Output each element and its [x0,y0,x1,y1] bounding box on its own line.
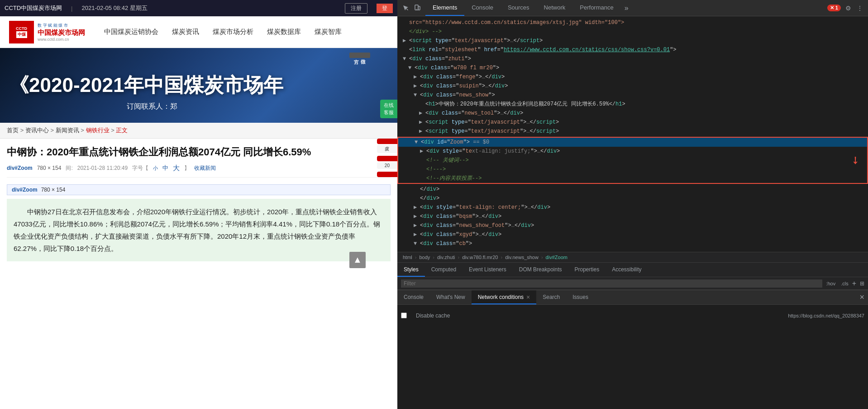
site-date: 2021-02-05 08:42 星期五 [82,4,148,12]
tab-event-listeners[interactable]: Event Listeners [463,263,513,277]
dom-line-13[interactable]: ▶ <script type="text/javascript">…</scri… [397,127,868,136]
dom-line-2[interactable]: </div> --> [397,27,868,36]
dom-line-6[interactable]: ▼ <div class="w780 fl mr20"> [397,63,868,72]
dom-line-comment-1[interactable]: <!-- 关键词--> [398,156,867,165]
disable-cache-checkbox[interactable] [401,313,407,318]
dom-line-5[interactable]: ▼ <div class="zhuti"> [397,54,868,63]
drawer-close-btn[interactable]: × [856,290,868,304]
dom-line-4[interactable]: <link rel="stylesheet" href="https://www… [397,45,868,54]
dom-line-comment-3[interactable]: <!--内容关联投票--> [398,174,867,183]
bc-news-show[interactable]: div.news_show [503,255,540,260]
top-bar: CCTD中国煤炭市场网 | 2021-02-05 08:42 星期五 注册 登 [0,0,397,16]
drawer-tab-console[interactable]: Console [397,290,430,304]
drawer-tab-network-conditions[interactable]: Network conditions × [472,290,537,304]
breadcrumb-current: 正文 [116,127,128,134]
svg-rect-1 [418,6,420,10]
bc-zhuti[interactable]: div.zhuti [435,255,457,260]
taiyuan-service-btn[interactable]: 太原客服 [377,156,397,161]
dom-line-selected[interactable]: ▼ <div id="Zoom"> == $0 [398,138,867,147]
settings-icon[interactable]: ⚙ [844,4,853,13]
qinhuangdao-service-btn[interactable]: 秦皇岛客服 [377,172,397,177]
dom-line-bqsm[interactable]: ▶ <div class="bqsm">…</div> [397,212,868,221]
tab-styles[interactable]: Styles [397,263,425,277]
current-url: https://blog.csdn.net/qq_20288347 [788,313,864,318]
tab-accessibility[interactable]: Accessibility [606,263,648,277]
breadcrumb-steel[interactable]: 钢铁行业 [86,127,110,134]
nav-item-1[interactable]: 煤炭资讯 [172,28,199,36]
dom-line-7[interactable]: ▶ <div class="fenge">…</div> [397,72,868,82]
nav-item-3[interactable]: 煤炭数据库 [267,28,301,36]
beijing-service-btn[interactable]: 北京客服 [377,139,397,144]
banner-text: 《2020-2021年中国煤炭市场年 [0,72,292,99]
close-network-conditions-btn[interactable]: × [526,294,530,301]
bc-body[interactable]: body [417,255,432,260]
devtools-icons [397,4,425,13]
register-button[interactable]: 注册 [345,3,367,14]
element-info-bar: div#Zoom 780 × 154 [7,184,391,195]
dom-line-cb-open[interactable]: ▼ <div class="cb"> [397,239,868,248]
device-icon[interactable] [413,4,422,13]
bc-w780[interactable]: div.w780.fl.mr20 [460,255,500,260]
breadcrumb-home[interactable]: 首页 [7,127,19,134]
dom-line-close-2[interactable]: </div> [397,194,868,203]
breadcrumb-sep-4: > [111,127,114,134]
cls-button[interactable]: .cls [841,281,849,286]
meta-source: div#Zoom [7,165,33,171]
drawer-tab-whats-new[interactable]: What's New [430,290,472,304]
add-style-btn[interactable]: + [852,279,856,288]
drawer-tab-search[interactable]: Search [536,290,566,304]
dom-line-1[interactable]: src="https://www.cctd.com.cn/statics/ima… [397,18,868,27]
tab-properties[interactable]: Properties [568,263,606,277]
dom-line-empty[interactable] [397,248,868,252]
scroll-to-top-btn[interactable]: ▲ [349,252,366,268]
dom-line-text-align[interactable]: ▶ <div style="text-align: center;">…</di… [397,203,868,212]
hov-button[interactable]: :hov [826,281,835,286]
official-wechat-btn[interactable]: 官方微信 [349,53,370,58]
expand-icon[interactable]: ⊞ [860,280,864,287]
more-tabs-btn[interactable]: » [621,0,632,16]
devtools-toolbar: Elements Console Sources Network Perform… [397,0,868,16]
dom-line-newsfoot[interactable]: ▶ <div class="news_show_foot">…</div> [397,221,868,230]
more-options-icon[interactable]: ⋮ [855,4,864,13]
tab-sources[interactable]: Sources [501,0,537,16]
tab-dom-breakpoints[interactable]: DOM Breakpoints [513,263,568,277]
tab-network[interactable]: Network [537,0,573,16]
dom-line-child-1[interactable]: ▶ <div style="text-align: justify;">…</d… [398,147,867,156]
breadcrumb: 首页 > 资讯中心 > 新闻资讯 > 钢铁行业 > 正文 [0,123,397,139]
breadcrumb-news[interactable]: 新闻资讯 [56,127,79,134]
tab-console[interactable]: Console [464,0,501,16]
breadcrumb-sep-3: > [81,127,84,134]
dom-line-xgyd[interactable]: ▶ <div class="xgyd">…</div> [397,230,868,239]
dom-line-10[interactable]: <h1>中钢协：2020年重点统计钢铁企业利润总额2074亿元 同比增长6.59… [397,100,868,109]
login-button[interactable]: 登 [377,4,393,13]
font-size-large[interactable]: 大 [173,164,180,173]
breadcrumb-info-center[interactable]: 资讯中心 [25,127,49,134]
meta-size: 780 × 154 [37,165,62,171]
nav-item-4[interactable]: 煤炭智库 [315,28,342,36]
nav-item-2[interactable]: 煤炭市场分析 [213,28,253,36]
dom-line-close-1[interactable]: </div> [397,185,868,194]
bc-html[interactable]: html [401,255,414,260]
nav-item-0[interactable]: 中国煤炭运销协会 [104,28,158,36]
dom-line-9[interactable]: ▼ <div class="news_show"> [397,91,868,100]
tab-elements[interactable]: Elements [425,0,464,16]
online-service-btn[interactable]: 在线客服 [380,100,397,118]
tab-computed[interactable]: Computed [425,263,463,277]
dom-line-comment-2[interactable]: <!---> [398,165,867,174]
site-title: CCTD中国煤炭市场网 [5,4,62,12]
filter-bar: :hov .cls + ⊞ [397,277,868,290]
collect-news-btn[interactable]: 收藏新闻 [194,164,216,172]
filter-input[interactable] [401,279,822,288]
dom-line-12[interactable]: ▶ <script type="text/javascript">…</scri… [397,118,868,127]
inspect-icon[interactable] [401,4,410,13]
tab-performance[interactable]: Performance [572,0,620,16]
dom-tree[interactable]: src="https://www.cctd.com.cn/statics/ima… [397,16,868,252]
dom-line-3[interactable]: ▶ <script type="text/javascript">…</scri… [397,36,868,45]
dom-line-8[interactable]: ▶ <div class="suipin">…</div> [397,82,868,91]
font-size-small[interactable]: 小 [153,165,158,172]
drawer-content: Disable cache https://blog.csdn.net/qq_2… [397,305,868,326]
drawer-tab-issues[interactable]: Issues [566,290,595,304]
bc-zoom[interactable]: div#Zoom [544,255,569,260]
font-size-medium[interactable]: 中 [162,164,168,172]
dom-line-11[interactable]: ▶ <div class="news_tool">…</div> [397,109,868,118]
